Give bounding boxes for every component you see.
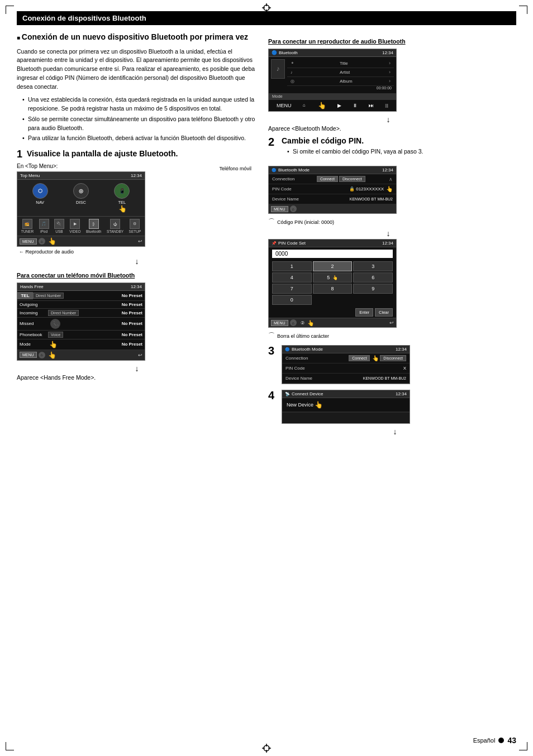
lock-icon: 🔒 [349, 186, 355, 192]
bt-mode-rows: Connection Connect Disconnect ∧ PIN Code… [269, 174, 396, 204]
pin-key-3[interactable]: 3 [353, 261, 393, 271]
bt-mode-footer: MENU ⌂ [269, 204, 396, 213]
pin-key-4[interactable]: 4 [272, 272, 312, 283]
pin-key-5[interactable]: 5 👆 [313, 272, 353, 283]
pin-key-2[interactable]: 2 [313, 261, 353, 271]
pin-screen-header: 📌 PIN Code Set 12:34 [269, 240, 396, 247]
back-btn-hf[interactable]: ↩ [138, 352, 142, 358]
circle-label-2: ② [301, 320, 304, 326]
voice-btn[interactable]: Voice [48, 332, 63, 338]
footer-dot [498, 738, 504, 743]
connect-new-device-row[interactable]: New Device 👆 [282, 398, 410, 412]
usb-icon[interactable]: 🔌 USB [54, 219, 64, 233]
bt-mode-header: 🔵 Bluetooth Mode 12:34 [269, 166, 396, 174]
step2-number: 2 [268, 136, 278, 147]
body-text: Cuando se conecta por primera vez un dis… [17, 47, 257, 92]
arrow-down-3: ↓ [268, 115, 508, 124]
crosshair-top [262, 3, 271, 12]
corner-mark-tl [6, 6, 14, 14]
video-icon[interactable]: ▶ VIDEO [69, 219, 80, 233]
bluetooth-icon[interactable]: ₿ Bluetooth [86, 219, 101, 233]
arrow-down-1: ↓ [17, 257, 257, 266]
hand-cursor-step3: 👆 [372, 355, 379, 361]
hand-cursor-menu-hf: 👆 [48, 351, 56, 359]
home-btn-bt[interactable]: ⌂ [303, 103, 306, 108]
menu-btn-pin[interactable]: MENU [271, 320, 288, 326]
list-item: Para utilizar la función Bluetooth, debe… [22, 134, 257, 143]
pin-key-7[interactable]: 7 [272, 284, 312, 294]
bt-mode-bar: Mode [269, 93, 396, 99]
menu-btn-bt[interactable]: MENU [277, 103, 292, 108]
skip-btn[interactable]: ⏭ [369, 103, 374, 108]
page-title: Conexión de dispositivos Bluetooth [17, 11, 516, 25]
sub-heading-telefono: Para conectar un teléfono móvil Bluetoot… [17, 271, 257, 280]
disc-icon[interactable]: ◎ DISC [73, 183, 89, 213]
step3-disconnect-btn[interactable]: Disconnect [380, 355, 406, 361]
step3-container: 3 🔵 Bluetooth Mode 12:34 Connection [268, 345, 508, 387]
connect-device-screen: 📡 Connect Device 12:34 New Device 👆 [282, 390, 410, 424]
hf-screen-header: Hands Free 12:34 [17, 283, 145, 291]
hand-cursor-keypad: 👆 [332, 275, 338, 280]
bt-mode-screen: 🔵 Bluetooth Mode 12:34 Connection Connec… [268, 166, 397, 214]
tuner-icon[interactable]: 📻 TUNER [21, 219, 34, 233]
hand-cursor-hf: 👆 [49, 341, 58, 348]
connect-button[interactable]: Connect [317, 176, 338, 182]
play-btn[interactable]: ▶ [337, 103, 341, 108]
pin-display: 0000 [272, 250, 393, 258]
annotation-borra: ⌒ Borra el último carácter [268, 331, 508, 341]
menu-button[interactable]: MENU [20, 238, 37, 245]
hf-row-missed: Missed 📞 No Preset [17, 318, 145, 331]
arrow-down-2: ↓ [17, 364, 257, 373]
pin-actions: Enter Clear [269, 307, 396, 318]
hf-row-mode: Mode 👆 No Preset [17, 339, 145, 350]
menu-btn-btmode[interactable]: MENU [271, 206, 288, 212]
corner-mark-br [519, 742, 527, 750]
pause-btn[interactable]: ⏸ [353, 103, 358, 108]
pin-key-8[interactable]: 8 [313, 284, 353, 294]
arrow-annotation-borra: ⌒ [268, 331, 275, 341]
home-btn-hf[interactable]: ⌂ [39, 352, 45, 358]
appear-hands-free: Aparece <Hands Free Mode>. [17, 374, 257, 381]
back-btn-pin[interactable]: ↩ [389, 320, 394, 326]
page-footer: Español 43 [473, 736, 516, 745]
bt-audio-header: 🔵 Bluetooth 12:34 [269, 49, 396, 57]
nav-icon[interactable]: ⬡ NAV [32, 183, 48, 213]
standby-icon[interactable]: ⏻ STANDBY [107, 219, 123, 233]
footer-page-number: 43 [507, 736, 516, 745]
pin-enter-button[interactable]: Enter [355, 308, 373, 317]
pin-clear-button[interactable]: Clear [375, 308, 393, 317]
reproductor-label: ← Reproductor de audio [17, 249, 257, 255]
pin-key-9[interactable]: 9 [353, 284, 393, 294]
bt-audio-tracks-area: ♪ ⚬ Title › ♪ Artist › ◎ [269, 57, 396, 93]
pin-key-0[interactable]: 0 [272, 295, 312, 305]
direct-number-btn[interactable]: Direct Number [33, 293, 64, 299]
step2-heading: Cambie el código PIN. [282, 136, 508, 145]
hf-row-outgoing: Outgoing No Preset [17, 301, 145, 309]
home-btn-pin[interactable]: ⌂ [290, 319, 297, 326]
step3-connect-btn[interactable]: Connect [349, 355, 370, 361]
pin-key-6[interactable]: 6 [353, 272, 393, 283]
home-btn-btmode[interactable]: ⌂ [290, 205, 297, 212]
direct-number-btn-2[interactable]: Direct Number [48, 310, 79, 316]
ipod-icon[interactable]: 🎵 iPod [39, 219, 49, 233]
left-column: Conexión de un nuevo dispositivo Bluetoo… [17, 32, 257, 439]
setup-icon[interactable]: ⚙ SETUP [129, 219, 141, 233]
bt-mode-header-step3: 🔵 Bluetooth Mode 12:34 [282, 346, 410, 353]
top-menu-container: Teléfono móvil Top Menu 12:34 ⬡ NAV ◎ DI… [17, 171, 257, 255]
bullet-list: Una vez establecida la conexión, ésta qu… [17, 95, 257, 143]
scroll-up-icon: ∧ [389, 176, 393, 182]
hand-cursor-footer-pin: 👆 [307, 320, 314, 326]
disconnect-button[interactable]: Disconnect [339, 176, 365, 182]
back-button[interactable]: ↩ [138, 238, 142, 244]
crosshair-bottom [262, 744, 271, 753]
bottom-icons-row: 📻 TUNER 🎵 iPod 🔌 USB ▶ VIDEO [17, 217, 145, 236]
home-button[interactable]: ⌂ [39, 238, 45, 245]
tel-icon[interactable]: 📱 TEL 👆 [114, 183, 130, 213]
annotation-pin: ⌒ Código PIN (inicial: 0000) [268, 217, 508, 227]
step3-connection-btns: Connect 👆 Disconnect [349, 355, 406, 361]
bt-track-album: ◎ Album › [287, 77, 394, 86]
bt-controls: MENU ⌂ 👆 ▶ ⏸ ⏭ ||| [269, 99, 396, 111]
menu-btn-hf[interactable]: MENU [20, 352, 37, 358]
pin-key-1[interactable]: 1 [272, 261, 312, 271]
corner-mark-tr [519, 6, 527, 14]
